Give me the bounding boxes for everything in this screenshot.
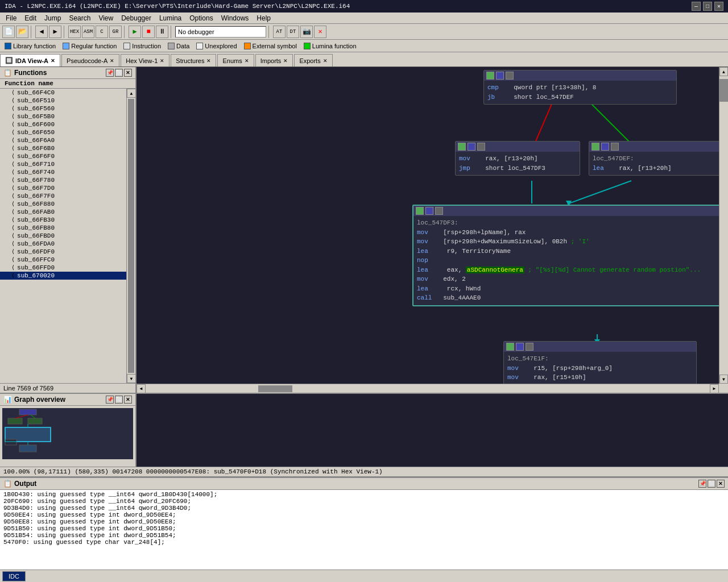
- menu-file[interactable]: File: [2, 13, 20, 23]
- menu-options[interactable]: Options: [186, 13, 216, 23]
- func-item[interactable]: ⟨sub_66F4C0: [0, 89, 126, 97]
- panel-pin-btn[interactable]: 📌: [106, 69, 114, 77]
- tb-x[interactable]: ✕: [314, 26, 326, 38]
- func-item[interactable]: ⟨sub_66F6F0: [0, 152, 126, 160]
- func-item[interactable]: ⟨sub_66FFD0: [0, 264, 126, 272]
- tab-structures[interactable]: Structures ✕: [171, 54, 216, 66]
- tab-ida-view-a[interactable]: 🔲 IDA View-A ✕: [0, 54, 60, 66]
- func-item[interactable]: ⟨sub_66F7D0: [0, 184, 126, 192]
- overview-canvas[interactable]: [2, 408, 133, 459]
- vscroll-track[interactable]: [719, 76, 728, 375]
- graph-block-left[interactable]: mov rax, [r13+20h] jmp short loc_547DF3: [455, 141, 580, 176]
- menu-help[interactable]: Help: [253, 13, 274, 23]
- tb-forward[interactable]: ▶: [49, 26, 61, 38]
- tb-detach[interactable]: DT: [287, 26, 299, 38]
- menu-lumina[interactable]: Lumina: [156, 13, 185, 23]
- graph-block-top[interactable]: cmp qword ptr [r13+38h], 8 jb short loc_…: [483, 70, 677, 105]
- menu-view[interactable]: View: [95, 13, 117, 23]
- menu-edit[interactable]: Edit: [21, 13, 40, 23]
- func-item[interactable]: ⟨sub_66FAB0: [0, 208, 126, 216]
- tab-exports[interactable]: Exports ✕: [294, 54, 332, 66]
- tb-stop[interactable]: ■: [142, 26, 155, 38]
- func-item[interactable]: ⟨sub_66F780: [0, 176, 126, 184]
- output-pin-btn[interactable]: 📌: [698, 480, 706, 488]
- tab-imports-close[interactable]: ✕: [283, 58, 288, 64]
- tb-asm[interactable]: ASM: [82, 26, 94, 38]
- tb-new[interactable]: 📄: [2, 26, 15, 38]
- tb-snap[interactable]: 📷: [300, 26, 313, 38]
- func-item[interactable]: ⟨sub_66F600: [0, 120, 126, 128]
- graph-hscrollbar[interactable]: ◀ ▶: [136, 384, 719, 393]
- close-button[interactable]: ✕: [714, 2, 723, 11]
- functions-scrollbar[interactable]: ▲ ▼: [126, 89, 135, 383]
- func-item[interactable]: ⟨sub_66F6A0: [0, 136, 126, 144]
- tb-hex[interactable]: HEX: [68, 26, 81, 38]
- vscroll-thumb[interactable]: [719, 79, 728, 102]
- func-item[interactable]: ⟨sub_66FB30: [0, 216, 126, 224]
- hscroll-track[interactable]: [146, 385, 710, 392]
- tb-back[interactable]: ◀: [35, 26, 48, 38]
- tab-pseudocode-a[interactable]: Pseudocode-A ✕: [61, 54, 119, 66]
- overview-close-btn[interactable]: ✕: [124, 396, 132, 404]
- debugger-select[interactable]: [175, 26, 266, 38]
- func-item[interactable]: ⟨sub_66F650: [0, 128, 126, 136]
- menu-debugger[interactable]: Debugger: [118, 13, 155, 23]
- legend-instruction-color: [123, 43, 130, 49]
- func-item[interactable]: ⟨sub_66F710: [0, 160, 126, 168]
- vscroll-down[interactable]: ▼: [719, 375, 728, 384]
- tab-structures-close[interactable]: ✕: [206, 58, 211, 64]
- tb-graph[interactable]: GR: [109, 26, 122, 38]
- tab-enums-close[interactable]: ✕: [245, 58, 249, 64]
- graph-block-main[interactable]: loc_547DF3: mov [rsp+298h+lpName], rax m…: [412, 205, 728, 306]
- menu-windows[interactable]: Windows: [218, 13, 253, 23]
- func-item[interactable]: ⟨sub_66F740: [0, 168, 126, 176]
- tb-pause[interactable]: ⏸: [156, 26, 168, 38]
- graph-block-right[interactable]: loc_547DEF: lea rax, [r13+20h]: [589, 141, 725, 176]
- tab-ida-view-a-close[interactable]: ✕: [51, 58, 55, 64]
- tab-pseudocode-a-close[interactable]: ✕: [110, 58, 114, 64]
- func-item[interactable]: ⟨sub_66FB80: [0, 224, 126, 232]
- tab-hex-view-1-close[interactable]: ✕: [160, 58, 164, 64]
- block-icon-l2: [468, 143, 475, 151]
- panel-close-btn[interactable]: ✕: [124, 69, 132, 77]
- menu-search[interactable]: Search: [65, 13, 94, 23]
- minimize-button[interactable]: —: [692, 2, 701, 11]
- func-item[interactable]: ⟨sub_66FDA0: [0, 240, 126, 248]
- func-item[interactable]: ⟨sub_66F560: [0, 105, 126, 113]
- tab-exports-close[interactable]: ✕: [323, 58, 328, 64]
- output-float-btn[interactable]: ⬜: [708, 480, 715, 488]
- func-item[interactable]: ⟨sub_66F880: [0, 200, 126, 208]
- maximize-button[interactable]: □: [703, 2, 712, 11]
- tb-attach[interactable]: AT: [273, 26, 286, 38]
- output-close-btn[interactable]: ✕: [717, 480, 725, 488]
- output-tab-idc[interactable]: IDC: [2, 571, 26, 581]
- func-item[interactable]: ⟨sub_66FDF0: [0, 248, 126, 256]
- tab-hex-view-1[interactable]: Hex View-1 ✕: [121, 54, 169, 66]
- vscroll-up[interactable]: ▲: [719, 67, 728, 76]
- func-item[interactable]: ⟨sub_66F7F0: [0, 192, 126, 200]
- func-item[interactable]: ⟨sub_66FFC0: [0, 256, 126, 264]
- menu-jump[interactable]: Jump: [41, 13, 64, 23]
- graph-area[interactable]: cmp qword ptr [r13+38h], 8 jb short loc_…: [136, 67, 728, 393]
- overview-float-btn[interactable]: ⬜: [115, 396, 123, 404]
- func-item[interactable]: ⟨sub_66F6B0: [0, 144, 126, 152]
- hscroll-left[interactable]: ◀: [136, 384, 146, 393]
- graph-vscrollbar[interactable]: ▲ ▼: [719, 67, 728, 384]
- hscroll-thumb[interactable]: [258, 385, 292, 392]
- overview-pin-btn[interactable]: 📌: [106, 396, 114, 404]
- tab-imports[interactable]: Imports ✕: [255, 54, 293, 66]
- hscroll-right[interactable]: ▶: [710, 384, 719, 393]
- func-item[interactable]: ⟨sub_66FBD0: [0, 232, 126, 240]
- tab-enums[interactable]: Enums ✕: [217, 54, 254, 66]
- tb-run[interactable]: ▶: [129, 26, 141, 38]
- func-item[interactable]: ⟨sub_66F510: [0, 97, 126, 105]
- tb-c[interactable]: C: [96, 26, 108, 38]
- panel-float-btn[interactable]: ⬜: [115, 69, 123, 77]
- svg-line-2: [592, 104, 631, 144]
- tb-open[interactable]: 📂: [16, 26, 28, 38]
- scroll-up-arrow[interactable]: ▲: [127, 89, 135, 98]
- scroll-down-arrow[interactable]: ▼: [127, 374, 135, 383]
- func-item[interactable]: ⟨sub_66F5B0: [0, 113, 126, 120]
- scroll-thumb[interactable]: [128, 99, 134, 373]
- func-item-selected[interactable]: ⟨sub_670020: [0, 272, 126, 280]
